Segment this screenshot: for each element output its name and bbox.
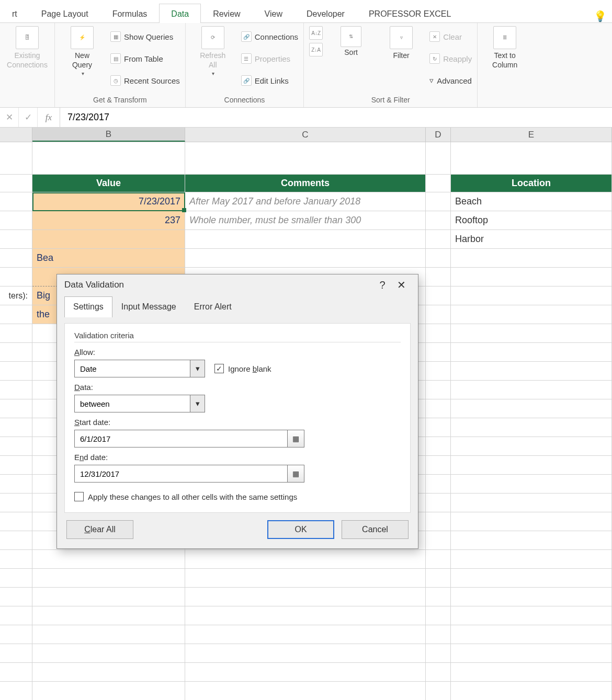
properties-button[interactable]: ☰ Properties — [241, 49, 298, 68]
tell-me-icon[interactable]: 💡 — [594, 10, 612, 22]
show-queries-icon: ▦ — [110, 31, 121, 42]
reapply-icon: ↻ — [429, 53, 440, 64]
refresh-icon: ⟳ — [201, 26, 224, 49]
col-header-B[interactable]: B — [32, 128, 185, 142]
from-table-button[interactable]: ▤ From Table — [110, 49, 180, 68]
tab-developer[interactable]: Developer — [294, 4, 357, 23]
settings-panel: Validation criteria Allow: ▾ ✓ Ignore bl… — [64, 323, 411, 513]
tab-professor-excel[interactable]: PROFESSOR EXCEL — [357, 4, 463, 23]
advanced-label: Advanced — [437, 76, 472, 85]
text-to-columns-label: Text to Column — [492, 51, 517, 70]
cancel-button[interactable]: Cancel — [342, 520, 409, 539]
group-sort-filter: A↓Z Z↓A ⇅ Sort ▿ Filter ✕ Clear ↻ Reappl… — [304, 23, 478, 107]
cell-a-ters[interactable]: ters): — [0, 286, 32, 305]
properties-icon: ☰ — [241, 53, 252, 64]
end-date-input[interactable] — [75, 465, 287, 482]
advanced-filter-button[interactable]: ▿ Advanced — [429, 71, 472, 90]
tab-view[interactable]: View — [253, 4, 294, 23]
help-icon[interactable]: ? — [373, 279, 392, 291]
cell-e-harbor[interactable]: Harbor — [451, 230, 612, 249]
recent-sources-button[interactable]: ◷ Recent Sources — [110, 71, 180, 90]
existing-connections-button[interactable]: 🗄 Existing Connections — [5, 26, 49, 70]
sort-button[interactable]: ⇅ Sort — [329, 26, 373, 58]
group-connections: ⟳ Refresh All ▾ 🔗 Connections ☰ Properti… — [186, 23, 304, 107]
tab-page-layout[interactable]: Page Layout — [29, 4, 100, 23]
tab-data[interactable]: Data — [159, 4, 201, 23]
group-data-tools: ≣ Text to Column — [478, 23, 532, 107]
group-external-data: 🗄 Existing Connections — [0, 23, 55, 107]
cell-c-comment2[interactable]: Whole number, must be smaller than 300 — [185, 211, 426, 230]
edit-links-label: Edit Links — [255, 76, 289, 85]
reapply-button[interactable]: ↻ Reapply — [429, 49, 472, 68]
cancel-edit-icon[interactable]: ✕ — [0, 108, 19, 127]
new-query-label: New Query — [72, 51, 92, 70]
text-to-columns-icon: ≣ — [493, 26, 516, 49]
recent-sources-icon: ◷ — [110, 75, 121, 86]
edit-links-button[interactable]: 🔗 Edit Links — [241, 71, 298, 90]
sort-asc-icon[interactable]: A↓Z — [309, 26, 323, 40]
dialog-title: Data Validation — [64, 280, 124, 290]
data-combo[interactable]: ▾ — [74, 395, 205, 412]
allow-combo[interactable]: ▾ — [74, 360, 205, 377]
allow-input[interactable] — [75, 360, 190, 377]
refresh-all-button[interactable]: ⟳ Refresh All ▾ — [191, 26, 235, 77]
cell-c-comment1[interactable]: After May 2017 and before January 2018 — [185, 192, 426, 211]
col-header-value: Value — [32, 175, 185, 192]
cell-b-bea[interactable]: Bea — [32, 249, 185, 268]
group-get-transform-label: Get & Transform — [60, 94, 180, 106]
formula-input[interactable] — [60, 108, 612, 127]
fx-icon[interactable]: fx — [38, 112, 60, 123]
tab-error-alert[interactable]: Error Alert — [185, 296, 241, 317]
clear-filter-button[interactable]: ✕ Clear — [429, 27, 472, 46]
clear-label: Clear — [443, 32, 462, 41]
allow-label: Allow: — [74, 348, 401, 357]
cell-b-date[interactable]: 7/23/2017 — [32, 192, 185, 211]
chevron-down-icon[interactable]: ▾ — [190, 395, 205, 412]
chevron-down-icon[interactable]: ▾ — [190, 360, 205, 377]
range-picker-icon[interactable]: ▦ — [287, 465, 304, 482]
start-date-input[interactable] — [75, 430, 287, 447]
filter-button[interactable]: ▿ Filter — [379, 26, 423, 61]
data-input[interactable] — [75, 395, 190, 412]
cell-e-beach[interactable]: Beach — [451, 192, 612, 211]
col-header-A[interactable] — [0, 128, 32, 142]
ribbon: 🗄 Existing Connections ⚡ New Query ▾ ▦ S… — [0, 23, 612, 108]
checkbox-icon — [74, 492, 84, 501]
tab-input-message[interactable]: Input Message — [112, 296, 185, 317]
start-date-field[interactable]: ▦ — [74, 430, 304, 447]
cell-e-rooftop[interactable]: Rooftop — [451, 211, 612, 230]
col-header-C[interactable]: C — [185, 128, 426, 142]
col-header-D[interactable]: D — [426, 128, 451, 142]
ok-button[interactable]: OK — [267, 520, 334, 539]
sort-desc-icon[interactable]: Z↓A — [309, 43, 323, 56]
tab-review[interactable]: Review — [201, 4, 252, 23]
text-to-columns-button[interactable]: ≣ Text to Column — [483, 26, 527, 70]
data-validation-dialog: Data Validation ? ✕ Settings Input Messa… — [56, 274, 418, 549]
tab-partial[interactable]: rt — [0, 4, 29, 23]
connections-button[interactable]: 🔗 Connections — [241, 27, 298, 46]
tab-formulas[interactable]: Formulas — [100, 4, 160, 23]
end-date-field[interactable]: ▦ — [74, 465, 304, 483]
ignore-blank-checkbox[interactable]: ✓ Ignore blank — [214, 364, 271, 373]
apply-all-checkbox[interactable]: Apply these changes to all other cells w… — [74, 492, 297, 501]
col-header-E[interactable]: E — [451, 128, 612, 142]
show-queries-button[interactable]: ▦ Show Queries — [110, 27, 180, 46]
connections-icon: 🔗 — [241, 31, 252, 42]
formula-bar: ✕ ✓ fx — [0, 108, 612, 128]
ribbon-tabs: rt Page Layout Formulas Data Review View… — [0, 0, 612, 23]
cell-b-number[interactable]: 237 — [32, 211, 185, 230]
confirm-edit-icon[interactable]: ✓ — [19, 108, 38, 127]
data-label: Data: — [74, 383, 401, 392]
tab-settings[interactable]: Settings — [64, 296, 112, 317]
new-query-button[interactable]: ⚡ New Query ▾ — [60, 26, 104, 77]
group-connections-label: Connections — [191, 94, 298, 106]
database-icon: 🗄 — [16, 26, 39, 49]
show-queries-label: Show Queries — [124, 32, 173, 41]
range-picker-icon[interactable]: ▦ — [287, 430, 304, 447]
group-external-data-label — [5, 94, 49, 106]
group-get-transform: ⚡ New Query ▾ ▦ Show Queries ▤ From Tabl… — [55, 23, 186, 107]
close-icon[interactable]: ✕ — [392, 279, 411, 291]
clear-all-button[interactable]: Clear All — [66, 520, 133, 539]
col-header-location: Location — [451, 175, 612, 192]
dialog-tabs: Settings Input Message Error Alert — [64, 296, 411, 317]
